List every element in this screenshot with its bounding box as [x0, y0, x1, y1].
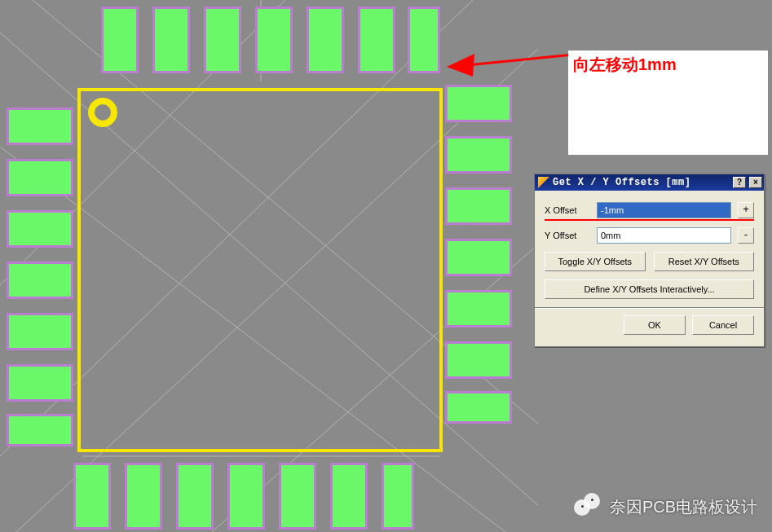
reset-offsets-button[interactable]: Reset X/Y Offsets: [654, 252, 755, 271]
pad[interactable]: [445, 187, 512, 225]
pad[interactable]: [307, 7, 344, 73]
interactive-row: Define X/Y Offsets Interactively...: [545, 279, 754, 299]
pad[interactable]: [7, 108, 73, 145]
pad[interactable]: [176, 463, 214, 530]
pad[interactable]: [125, 463, 162, 530]
pcb-canvas[interactable]: [0, 0, 538, 532]
pad[interactable]: [7, 364, 73, 402]
pin1-marker-icon: [88, 98, 117, 127]
divider: [535, 307, 764, 309]
dialog-body: X Offset + Y Offset - Toggle X/Y Offsets…: [535, 191, 764, 346]
pad[interactable]: [445, 391, 512, 424]
y-offset-row: Y Offset -: [545, 227, 754, 244]
y-offset-label: Y Offset: [545, 231, 590, 240]
close-button[interactable]: ×: [749, 177, 762, 188]
pad[interactable]: [330, 463, 368, 530]
pad[interactable]: [445, 239, 512, 276]
pad[interactable]: [152, 7, 190, 73]
pad[interactable]: [408, 7, 440, 73]
pad[interactable]: [255, 7, 293, 73]
offsets-dialog: Get X / Y Offsets [mm] ? × X Offset + Y …: [534, 174, 765, 347]
x-offset-sign-button[interactable]: +: [738, 202, 754, 218]
x-offset-row: X Offset +: [545, 202, 754, 221]
help-button[interactable]: ?: [733, 177, 746, 188]
pad[interactable]: [227, 463, 265, 530]
pad[interactable]: [382, 463, 414, 530]
pad[interactable]: [101, 7, 139, 73]
pad[interactable]: [7, 262, 73, 299]
pad[interactable]: [204, 7, 241, 73]
pad[interactable]: [445, 290, 512, 328]
wechat-icon: [574, 493, 602, 521]
pad[interactable]: [7, 313, 73, 350]
offset-buttons-row: Toggle X/Y Offsets Reset X/Y Offsets: [545, 252, 754, 271]
pad[interactable]: [7, 159, 73, 196]
ok-button[interactable]: OK: [624, 315, 686, 335]
x-offset-label: X Offset: [545, 205, 590, 215]
x-offset-input[interactable]: [597, 202, 731, 218]
watermark: 奈因PCB电路板设计: [574, 493, 757, 521]
annotation-note-text: 向左移动1mm: [573, 55, 677, 73]
dialog-footer: OK Cancel: [545, 315, 754, 343]
annotation-note: 向左移动1mm: [568, 51, 768, 155]
pad[interactable]: [73, 463, 111, 530]
dialog-titlebar[interactable]: Get X / Y Offsets [mm] ? ×: [535, 174, 764, 191]
y-offset-sign-button[interactable]: -: [738, 227, 754, 244]
app-icon: [538, 177, 549, 188]
pad[interactable]: [445, 85, 512, 122]
define-interactively-button[interactable]: Define X/Y Offsets Interactively...: [545, 279, 754, 299]
pad[interactable]: [7, 210, 73, 248]
pad[interactable]: [7, 414, 73, 446]
pad[interactable]: [445, 136, 512, 174]
pad[interactable]: [279, 463, 316, 530]
chip-body-outline: [77, 88, 443, 452]
dialog-title: Get X / Y Offsets [mm]: [553, 177, 730, 188]
cancel-button[interactable]: Cancel: [692, 315, 754, 335]
pad[interactable]: [445, 341, 512, 379]
pad[interactable]: [358, 7, 395, 73]
watermark-text: 奈因PCB电路板设计: [610, 496, 757, 518]
toggle-offsets-button[interactable]: Toggle X/Y Offsets: [545, 252, 646, 271]
y-offset-input[interactable]: [597, 227, 731, 244]
